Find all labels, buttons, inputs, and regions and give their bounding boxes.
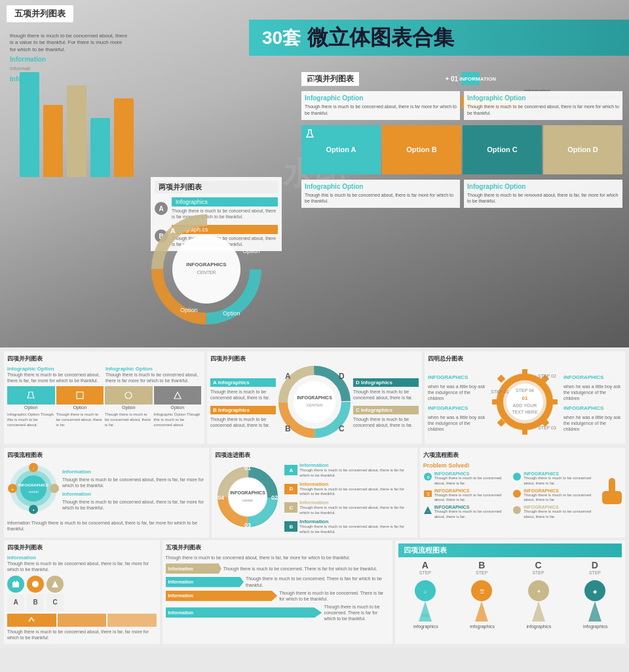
cell-1-3-content: INFOGRAPHICS when he was a little boy as… [428, 366, 622, 441]
svg-marker-82 [52, 581, 58, 587]
bar-row-4: Information Though there is much to be c… [166, 604, 389, 622]
cell-2-1: 四项流程图表 INFOGRAPHICS central ⌂ [4, 448, 209, 538]
icon-c: C [47, 576, 64, 611]
svg-marker-13 [174, 392, 181, 399]
bar-row-3: Information Though there is much to be c… [166, 590, 389, 602]
info-opt-1: Infographic Option Though there is much … [7, 366, 103, 384]
svg-text:CENTER: CENTER [307, 403, 323, 407]
info-options-grid: Infographic Option Though there is much … [301, 91, 622, 120]
cell-3-1: 四项并列图表 Information Though there is much … [4, 540, 160, 643]
abcd-row: A STEP B STEP C STEP D STEP [398, 560, 622, 575]
svg-text:TEXT HERE: TEXT HERE [512, 410, 537, 414]
info-option-3-desc: Though this is much to be concerned abou… [305, 192, 457, 205]
svg-text:✦: ✦ [32, 508, 35, 512]
step-a: A STEP [419, 560, 431, 575]
svg-text:01: 01 [522, 395, 528, 401]
cell-1-1-title: 四项并列图表 [7, 355, 201, 363]
icon-a: A [7, 576, 24, 611]
arrow-bars: Information Though there is much to be c… [166, 563, 389, 622]
left-text-blocks: A Infographics Though there is much to b… [210, 378, 276, 427]
drop-c: ✦ [527, 579, 550, 622]
opt-item-3: Option [105, 386, 153, 410]
abc-icons: A B C [7, 576, 157, 611]
svg-text:03: 03 [244, 522, 251, 528]
cell-2-1-title: 四项流程图表 [7, 451, 206, 460]
svg-text:◆: ◆ [593, 589, 598, 595]
svg-text:B: B [285, 424, 291, 433]
info-option-1-desc: Though there is much to be concerned abo… [305, 104, 457, 117]
svg-text:INFOGRAPHICS: INFOGRAPHICS [18, 483, 48, 487]
icon-b: B [27, 576, 44, 611]
six-item-3: ↑ INFOGRAPHICS Though there is much to b… [423, 505, 509, 520]
step-b: B STEP [476, 560, 487, 575]
svg-marker-91 [532, 601, 545, 622]
opt-label-4: Option [170, 405, 184, 410]
cell-3-2-desc: Though there is much to be concerned abo… [166, 555, 389, 561]
info-opt-2: Infographic Option Though there is much … [105, 366, 201, 384]
ribbon-option-d: Option D [543, 125, 622, 174]
info-option-2-desc: Though there is much to be concerned abo… [467, 104, 619, 117]
svg-rect-29 [492, 399, 499, 405]
bottom-info-options: Infographic Option Though this is much t… [301, 180, 622, 208]
svg-point-12 [125, 392, 132, 399]
svg-text:04: 04 [218, 494, 224, 501]
bar-1 [20, 72, 39, 177]
cell-3-2-title: 五项并列图表 [166, 544, 389, 552]
svg-text:D: D [339, 372, 345, 381]
cell-3-1-title: 四项并列图表 [7, 544, 157, 552]
teal-banner: 30套 微立体图表合集 [249, 20, 629, 56]
row-2: 四项流程图表 INFOGRAPHICS central ⌂ [0, 444, 629, 538]
left-six-items: ⚙ INFOGRAPHICS Though there is much to b… [423, 471, 509, 520]
text-block-b: B Infographics [210, 406, 276, 414]
step-c: C STEP [532, 560, 544, 575]
step-text-items: A Information Though there is much to be… [284, 462, 413, 534]
svg-text:ADD YOUR: ADD YOUR [513, 403, 537, 408]
svg-rect-10 [307, 77, 313, 85]
cell-3-3-header: 四项流程图表 [398, 544, 622, 557]
svg-marker-84 [419, 601, 432, 622]
list-section-title: 两项并列图表 [155, 181, 278, 193]
svg-text:Option: Option [180, 307, 198, 313]
hero-circle-diagram: INFOGRAPHICS CENTER A Option Option Opti… [151, 214, 262, 328]
gear-right-items: INFOGRAPHICS when he was a little boy as… [563, 374, 622, 432]
cell-2-3-title: 六项流程图表 [423, 451, 622, 460]
svg-rect-79 [14, 581, 15, 583]
ribbon-option-c: Option C [463, 125, 542, 174]
cell-1-3: 四明总分图表 INFOGRAPHICS when he was a little… [425, 351, 625, 444]
hand-pointer [602, 478, 622, 513]
opt-label-3: Option [122, 405, 136, 410]
svg-text:STEP 01: STEP 01 [491, 389, 509, 394]
svg-point-3 [172, 235, 240, 304]
step-item-02: D Information Though there is much to be… [284, 481, 413, 498]
svg-text:⚙: ⚙ [426, 475, 429, 479]
svg-text:STEP 03: STEP 03 [538, 425, 556, 430]
six-item-6: INFOGRAPHICS Though there is much to be … [512, 505, 598, 520]
text-block-a: A Infographics [210, 378, 276, 387]
drop-a: ⌂ info [413, 579, 437, 622]
icon-document [305, 75, 315, 89]
info-opt-2-desc: Though there is much to be concerned abo… [105, 372, 201, 384]
svg-point-75 [513, 506, 521, 514]
cell-2-2-title: 四项连进图表 [215, 451, 413, 460]
bottom-desc: Though there is much to be concerned abo… [7, 629, 157, 641]
cell-1-1-options: Option Option Option [7, 386, 201, 410]
hero-section: 水印 五项并列图表 30套 微立体图表合集 though there is mu… [0, 0, 629, 347]
six-item-2: ☰ INFOGRAPHICS Though there is much to b… [423, 488, 509, 504]
svg-text:A: A [170, 227, 176, 235]
gear-svg: STEP 04 01 ADD YOUR TEXT HERE STEP 02 ST… [489, 366, 561, 441]
bar-row-2: Information Though there is much to be c… [166, 576, 389, 587]
six-item-5: INFOGRAPHICS Though there is much to be … [512, 488, 598, 504]
six-item-1: ⚙ INFOGRAPHICS Though there is much to b… [423, 471, 509, 486]
opt-label-2: Option [73, 405, 86, 410]
svg-rect-28 [522, 428, 527, 435]
svg-text:↑: ↑ [427, 509, 429, 513]
svg-text:C: C [339, 424, 345, 433]
step-circle-flow: INFOGRAPHICS center 01 02 03 04 A Infor [215, 462, 413, 534]
svg-text:01: 01 [244, 465, 251, 471]
bar-5 [114, 98, 134, 177]
opt-label-1: Option [24, 405, 38, 410]
hero-info-left: though there is much to be concerned abo… [10, 33, 141, 85]
svg-text:☰: ☰ [480, 589, 484, 595]
svg-text:✦: ✦ [536, 589, 541, 595]
cell-1-1-info-grid: Infographic Option Though there is much … [7, 366, 201, 384]
